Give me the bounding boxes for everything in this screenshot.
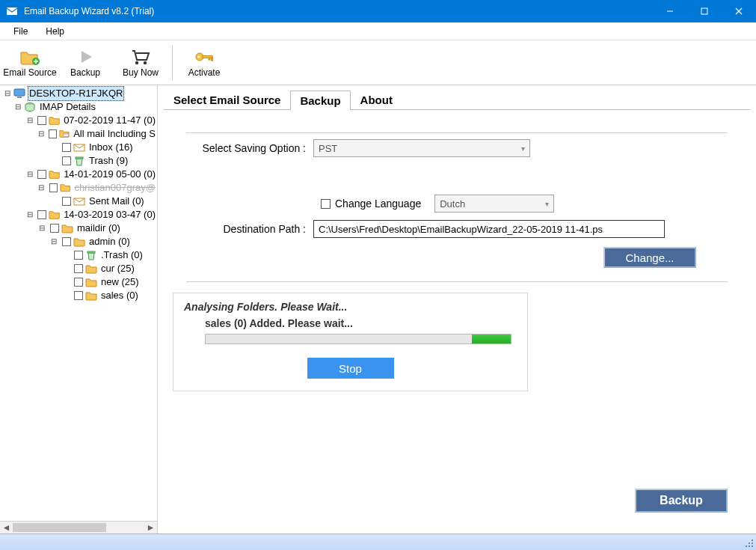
svg-rect-21 bbox=[752, 540, 753, 541]
svg-point-7 bbox=[144, 61, 147, 64]
folder-tree[interactable]: ⊟ DESKTOP-R1FJKQR ⊟ IMAP Details ⊟07-02-… bbox=[0, 85, 157, 302]
stop-button[interactable]: Stop bbox=[307, 358, 394, 379]
checkbox[interactable] bbox=[62, 197, 71, 206]
sent-icon bbox=[73, 196, 85, 207]
checkbox[interactable] bbox=[37, 210, 46, 219]
tree-item[interactable]: ⊟07-02-2019 11-47 (0) bbox=[0, 114, 157, 127]
tree-item[interactable]: ⊟admin (0) bbox=[0, 235, 157, 248]
change-language-label: Change Language bbox=[335, 198, 421, 210]
svg-point-6 bbox=[135, 61, 138, 64]
svg-rect-12 bbox=[212, 58, 213, 61]
expand-icon[interactable]: ⊟ bbox=[3, 89, 12, 98]
minimize-button[interactable] bbox=[653, 0, 687, 22]
app-icon bbox=[6, 5, 18, 17]
svg-rect-22 bbox=[749, 543, 750, 544]
close-button[interactable] bbox=[722, 0, 756, 22]
tree-label: .Trash (0) bbox=[99, 248, 144, 262]
drive-icon bbox=[24, 102, 36, 112]
tree-item[interactable]: sales (0) bbox=[0, 289, 157, 302]
tree-item[interactable]: cur (25) bbox=[0, 262, 157, 275]
expand-icon[interactable]: ⊟ bbox=[25, 170, 34, 179]
expand-icon[interactable]: ⊟ bbox=[13, 103, 22, 111]
language-select[interactable]: Dutch ▾ bbox=[434, 195, 554, 213]
chevron-down-icon: ▾ bbox=[521, 144, 525, 153]
folder-icon bbox=[49, 210, 60, 220]
progress-status: sales (0) Added. Please wait... bbox=[184, 317, 517, 329]
tree-label: maildir (0) bbox=[76, 221, 122, 235]
folder-icon bbox=[85, 277, 97, 287]
tree-label: admin (0) bbox=[87, 235, 132, 248]
activate-button[interactable]: Activate bbox=[177, 42, 231, 84]
tree-item[interactable]: new (25) bbox=[0, 275, 157, 289]
checkbox[interactable] bbox=[62, 143, 71, 152]
email-source-button[interactable]: Email Source bbox=[3, 42, 57, 84]
menu-help[interactable]: Help bbox=[38, 25, 72, 38]
saving-option-select[interactable]: PST ▾ bbox=[313, 139, 530, 157]
backup-button[interactable]: Backup bbox=[635, 489, 728, 513]
tree-item[interactable]: ⊟christian007gray@ bbox=[0, 181, 157, 195]
tree-item[interactable]: ⊟maildir (0) bbox=[0, 221, 157, 235]
backup-toolbar-label: Backup bbox=[70, 67, 100, 78]
tree-item[interactable]: ⊟14-03-2019 03-47 (0) bbox=[0, 208, 157, 221]
menu-file[interactable]: File bbox=[6, 25, 35, 38]
expand-icon[interactable]: ⊟ bbox=[37, 129, 45, 138]
scroll-right-icon[interactable]: ► bbox=[144, 522, 157, 534]
svg-rect-25 bbox=[749, 546, 750, 547]
change-language-checkbox[interactable] bbox=[321, 199, 331, 209]
tree-item[interactable]: Trash (9) bbox=[0, 154, 157, 168]
activate-label: Activate bbox=[188, 67, 221, 78]
maximize-button[interactable] bbox=[687, 0, 722, 22]
change-button[interactable]: Change... bbox=[603, 247, 696, 268]
tree-item[interactable]: Sent Mail (0) bbox=[0, 195, 157, 208]
expand-icon[interactable]: ⊟ bbox=[37, 224, 46, 233]
tab-bar: Select Email Source Backup About bbox=[164, 88, 750, 109]
checkbox[interactable] bbox=[37, 116, 46, 125]
checkbox[interactable] bbox=[62, 237, 71, 246]
expand-icon[interactable]: ⊟ bbox=[37, 183, 46, 192]
buy-now-button[interactable]: Buy Now bbox=[114, 42, 168, 84]
email-source-label: Email Source bbox=[3, 67, 56, 78]
expand-icon[interactable]: ⊟ bbox=[49, 237, 58, 246]
checkbox[interactable] bbox=[74, 278, 83, 287]
folder-icon bbox=[61, 223, 73, 233]
destination-path-label: Destination Path : bbox=[186, 223, 313, 235]
scroll-thumb[interactable] bbox=[13, 523, 106, 532]
tree-item-imap[interactable]: ⊟ IMAP Details bbox=[0, 100, 157, 114]
checkbox[interactable] bbox=[50, 224, 59, 233]
trash-icon bbox=[73, 156, 85, 166]
checkbox[interactable] bbox=[62, 156, 71, 165]
computer-icon bbox=[13, 88, 25, 99]
checkbox[interactable] bbox=[74, 264, 83, 273]
expand-icon[interactable]: ⊟ bbox=[25, 210, 34, 219]
tab-select-source[interactable]: Select Email Source bbox=[164, 90, 290, 109]
folder-icon bbox=[49, 169, 60, 180]
tree-root[interactable]: ⊟ DESKTOP-R1FJKQR bbox=[0, 87, 157, 100]
tab-backup[interactable]: Backup bbox=[290, 91, 350, 110]
backup-button-toolbar[interactable]: Backup bbox=[58, 42, 112, 84]
svg-rect-11 bbox=[209, 58, 210, 60]
destination-path-input[interactable] bbox=[313, 220, 665, 238]
scroll-track[interactable] bbox=[13, 522, 144, 534]
trash-icon bbox=[85, 250, 97, 260]
tree-item[interactable]: Inbox (16) bbox=[0, 141, 157, 154]
tree-item[interactable]: .Trash (0) bbox=[0, 248, 157, 262]
tree-label: IMAP Details bbox=[38, 100, 97, 114]
checkbox[interactable] bbox=[74, 291, 83, 300]
tree-label: cur (25) bbox=[99, 262, 136, 275]
buy-now-label: Buy Now bbox=[123, 67, 159, 78]
checkbox[interactable] bbox=[49, 129, 57, 138]
checkbox[interactable] bbox=[74, 251, 83, 260]
mail-folder-icon bbox=[59, 129, 70, 139]
tab-about[interactable]: About bbox=[351, 90, 402, 109]
tree-label: 14-03-2019 03-47 (0) bbox=[62, 208, 157, 221]
toolbar-separator bbox=[172, 45, 173, 81]
checkbox[interactable] bbox=[37, 170, 46, 179]
tree-item[interactable]: ⊟14-01-2019 05-00 (0) bbox=[0, 168, 157, 181]
expand-icon[interactable]: ⊟ bbox=[25, 116, 34, 125]
cart-icon bbox=[130, 48, 151, 66]
horizontal-scrollbar[interactable]: ◄ ► bbox=[0, 521, 157, 534]
scroll-left-icon[interactable]: ◄ bbox=[0, 522, 13, 534]
tree-item[interactable]: ⊟All mail Including S bbox=[0, 127, 157, 141]
checkbox[interactable] bbox=[49, 183, 58, 192]
resize-grip-icon[interactable] bbox=[744, 538, 755, 549]
